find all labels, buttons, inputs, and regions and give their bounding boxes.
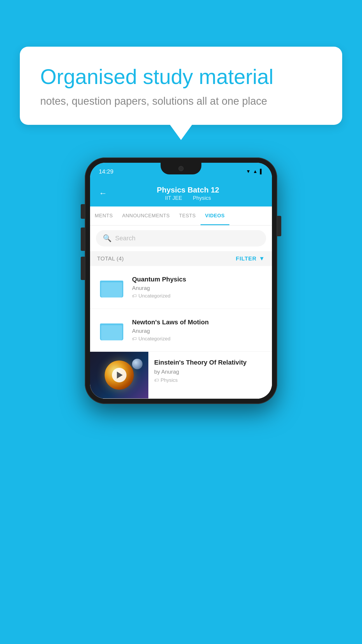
- video-tag: 🏷 Uncategorized: [132, 336, 265, 342]
- search-bar[interactable]: 🔍 Search: [96, 230, 266, 246]
- tag-icon: 🏷: [132, 336, 137, 342]
- notch: [161, 163, 201, 174]
- folder-svg: [100, 277, 123, 298]
- tab-announcements[interactable]: ANNOUNCEMENTS: [117, 206, 174, 225]
- folder-icon: [97, 274, 126, 300]
- speech-bubble: Organised study material notes, question…: [20, 47, 342, 125]
- back-button[interactable]: ←: [99, 189, 107, 198]
- list-item[interactable]: Quantum Physics Anurag 🏷 Uncategorized: [90, 266, 272, 309]
- camera: [178, 166, 184, 171]
- list-item[interactable]: Newton's Laws of Motion Anurag 🏷 Uncateg…: [90, 309, 272, 352]
- video-title: Newton's Laws of Motion: [132, 318, 265, 326]
- video-title: Einstein's Theory Of Relativity: [154, 359, 266, 366]
- status-icons: ▼ ▲ ▌: [246, 169, 263, 174]
- header-title-block: Physics Batch 12 IIT JEE Physics: [113, 186, 263, 201]
- filter-funnel-icon: ▼: [259, 255, 265, 262]
- folder-svg: [100, 320, 123, 340]
- subtitle-physics: Physics: [193, 195, 211, 201]
- tag-label: Physics: [161, 377, 178, 383]
- filter-button[interactable]: FILTER ▼: [236, 255, 265, 262]
- app-header: ← Physics Batch 12 IIT JEE Physics: [90, 180, 272, 206]
- video-author: by Anurag: [154, 369, 266, 375]
- phone-screen: 14:29 ▼ ▲ ▌ ← Physics Batch 12 IIT JEE: [90, 163, 272, 399]
- search-input[interactable]: Search: [115, 235, 136, 242]
- search-icon: 🔍: [103, 234, 112, 242]
- volume-down-button: [81, 257, 85, 280]
- tab-ments[interactable]: MENTS: [90, 206, 117, 225]
- status-bar: 14:29 ▼ ▲ ▌: [90, 163, 272, 180]
- filter-bar: TOTAL (4) FILTER ▼: [90, 251, 272, 266]
- speech-bubble-wrapper: Organised study material notes, question…: [20, 47, 342, 125]
- tag-icon: 🏷: [154, 378, 159, 383]
- phone-wrapper: 14:29 ▼ ▲ ▌ ← Physics Batch 12 IIT JEE: [85, 158, 277, 404]
- video-tag: 🏷 Uncategorized: [132, 293, 265, 299]
- status-time: 14:29: [99, 168, 113, 175]
- total-count: TOTAL (4): [97, 256, 124, 262]
- mute-button: [81, 204, 85, 219]
- play-triangle-icon: [117, 372, 123, 379]
- video-author: Anurag: [132, 328, 265, 334]
- header-subtitle: IIT JEE Physics: [113, 195, 263, 201]
- video-info: Einstein's Theory Of Relativity by Anura…: [148, 352, 272, 390]
- list-item[interactable]: Einstein's Theory Of Relativity by Anura…: [90, 352, 272, 399]
- tab-videos[interactable]: VIDEOS: [201, 206, 229, 225]
- video-list: Quantum Physics Anurag 🏷 Uncategorized: [90, 266, 272, 399]
- video-author: Anurag: [132, 285, 265, 291]
- signal-icon: ▲: [253, 169, 258, 174]
- phone-outer: 14:29 ▼ ▲ ▌ ← Physics Batch 12 IIT JEE: [85, 158, 277, 404]
- battery-icon: ▌: [260, 169, 263, 174]
- video-thumbnail: [90, 352, 148, 398]
- speech-bubble-title: Organised study material: [40, 64, 322, 89]
- search-container: 🔍 Search: [90, 225, 272, 251]
- tag-icon: 🏷: [132, 293, 137, 299]
- video-tag: 🏷 Physics: [154, 377, 266, 383]
- power-button: [277, 216, 281, 236]
- tag-label: Uncategorized: [138, 336, 171, 342]
- filter-label: FILTER: [236, 256, 256, 262]
- speech-bubble-subtitle: notes, question papers, solutions all at…: [40, 95, 322, 107]
- small-planet-graphic: [132, 359, 143, 369]
- subtitle-iitjee: IIT JEE: [165, 195, 182, 201]
- wifi-icon: ▼: [246, 169, 251, 174]
- tabs-bar: MENTS ANNOUNCEMENTS TESTS VIDEOS: [90, 206, 272, 225]
- video-title: Quantum Physics: [132, 276, 265, 283]
- header-title: Physics Batch 12: [113, 186, 263, 195]
- tab-tests[interactable]: TESTS: [174, 206, 200, 225]
- video-info: Newton's Laws of Motion Anurag 🏷 Uncateg…: [132, 318, 265, 342]
- tag-label: Uncategorized: [138, 293, 171, 299]
- folder-icon: [97, 317, 126, 343]
- video-info: Quantum Physics Anurag 🏷 Uncategorized: [132, 276, 265, 299]
- volume-up-button: [81, 228, 85, 251]
- play-button[interactable]: [112, 368, 126, 382]
